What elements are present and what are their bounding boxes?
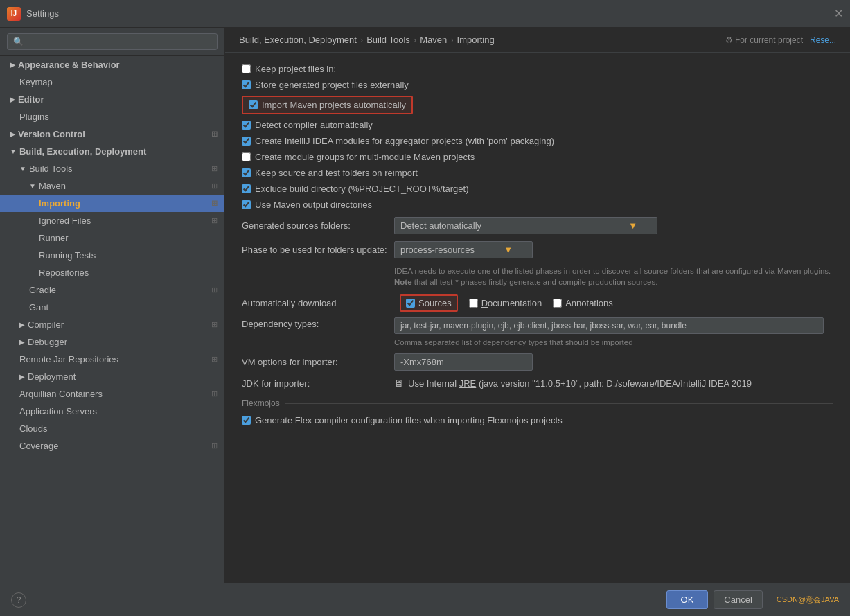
sources-label: Sources: [418, 298, 452, 308]
use-maven-input[interactable]: [242, 200, 251, 209]
phase-dropdown[interactable]: process-resources ▼: [394, 241, 533, 258]
breadcrumb-part-3: Maven: [420, 35, 447, 45]
generated-sources-row: Generated sources folders: Detect automa…: [242, 217, 833, 234]
sidebar-item-gradle[interactable]: Gradle ⊞: [0, 281, 224, 299]
sidebar-item-label: Gradle: [29, 285, 56, 295]
sidebar-item-clouds[interactable]: Clouds: [0, 420, 224, 437]
expand-arrow: ▶: [19, 338, 25, 346]
store-generated-checkbox[interactable]: Store generated project files externally: [242, 80, 409, 90]
dependency-types-row: Dependency types:: [242, 317, 833, 334]
documentation-checkbox[interactable]: Documentation: [469, 298, 542, 308]
sidebar-item-label: Keymap: [19, 77, 53, 87]
sidebar-search-container: [0, 28, 224, 56]
jdk-label: JDK for importer:: [242, 378, 394, 389]
sidebar-item-gant[interactable]: Gant: [0, 299, 224, 316]
annotations-checkbox[interactable]: Annotations: [553, 298, 613, 308]
sidebar-item-label: Application Servers: [19, 406, 97, 416]
sidebar-item-build-exec[interactable]: ▼ Build, Execution, Deployment: [0, 143, 224, 160]
jdk-icon: 🖥: [394, 378, 404, 389]
sidebar-item-plugins[interactable]: Plugins: [0, 108, 224, 125]
breadcrumb-part-2: Build Tools: [366, 35, 410, 45]
dependency-types-label: Dependency types:: [242, 317, 394, 329]
sources-input[interactable]: [406, 299, 415, 308]
page-icon: ⊞: [211, 320, 218, 329]
ok-button[interactable]: OK: [666, 590, 709, 609]
reset-link[interactable]: Rese...: [810, 35, 836, 45]
keep-source-checkbox[interactable]: Keep source and test folders on reimport: [242, 168, 418, 178]
search-input[interactable]: [7, 33, 218, 50]
create-intellij-input[interactable]: [242, 137, 251, 146]
sidebar-item-keymap[interactable]: Keymap: [0, 73, 224, 91]
sidebar-item-label: Build Tools: [29, 164, 73, 174]
sidebar-item-deployment[interactable]: ▶ Deployment: [0, 368, 224, 385]
import-maven-row: Import Maven projects automatically: [242, 96, 833, 114]
dependency-types-hint: Comma separated list of dependency types…: [394, 337, 833, 348]
import-maven-input[interactable]: [249, 100, 258, 109]
sidebar-item-label: Runner: [39, 233, 69, 243]
create-module-groups-row: Create module groups for multi-module Ma…: [242, 152, 833, 162]
flexmojos-check-label: Generate Flex compiler configuration fil…: [255, 415, 563, 425]
create-intellij-checkbox[interactable]: Create IntelliJ IDEA modules for aggrega…: [242, 136, 554, 146]
import-maven-checkbox[interactable]: Import Maven projects automatically: [242, 96, 413, 114]
keep-source-input[interactable]: [242, 168, 251, 177]
sidebar-item-repositories[interactable]: Repositories: [0, 264, 224, 281]
sidebar-item-app-servers[interactable]: Application Servers: [0, 403, 224, 420]
settings-content: Keep project files in: Store generated p…: [225, 53, 850, 583]
sidebar-item-coverage[interactable]: Coverage ⊞: [0, 437, 224, 455]
exclude-build-row: Exclude build directory (%PROJECT_ROOT%/…: [242, 184, 833, 194]
keep-project-files-checkbox[interactable]: Keep project files in:: [242, 64, 336, 74]
dialog-title: Settings: [26, 8, 59, 19]
keep-source-row: Keep source and test folders on reimport: [242, 168, 833, 178]
exclude-build-checkbox[interactable]: Exclude build directory (%PROJECT_ROOT%/…: [242, 184, 468, 194]
keep-project-files-input[interactable]: [242, 64, 251, 73]
documentation-label: Documentation: [481, 298, 542, 308]
breadcrumb-sep-1: ›: [360, 35, 363, 45]
create-module-groups-input[interactable]: [242, 152, 251, 161]
breadcrumb-part-1: Build, Execution, Deployment: [239, 35, 357, 45]
close-button[interactable]: ✕: [834, 7, 843, 20]
sidebar-item-runner[interactable]: Runner: [0, 229, 224, 247]
expand-arrow: ▼: [10, 148, 17, 155]
sidebar-item-arquillian[interactable]: Arquillian Containers ⊞: [0, 385, 224, 403]
use-maven-checkbox[interactable]: Use Maven output directories: [242, 200, 372, 210]
sidebar-item-label: Repositories: [39, 267, 89, 278]
detect-compiler-input[interactable]: [242, 121, 251, 130]
store-generated-label: Store generated project files externally: [255, 80, 409, 90]
store-generated-input[interactable]: [242, 80, 251, 89]
jdk-value[interactable]: 🖥 Use Internal JRE (java version "11.0.5…: [394, 378, 752, 389]
vm-options-row: VM options for importer:: [242, 353, 833, 371]
dependency-types-input[interactable]: [394, 317, 824, 334]
breadcrumb-current: Importing: [457, 35, 495, 45]
create-intellij-row: Create IntelliJ IDEA modules for aggrega…: [242, 136, 833, 146]
help-button[interactable]: ?: [11, 592, 26, 608]
documentation-input[interactable]: [469, 299, 478, 308]
vm-options-input[interactable]: [394, 353, 533, 371]
sidebar-item-version-control[interactable]: ▶ Version Control ⊞: [0, 125, 224, 143]
flexmojos-checkbox[interactable]: Generate Flex compiler configuration fil…: [242, 415, 563, 425]
sidebar-item-editor[interactable]: ▶ Editor: [0, 91, 224, 108]
sidebar-item-maven[interactable]: ▼ Maven ⊞: [0, 177, 224, 195]
sidebar-item-appearance[interactable]: ▶ Appearance & Behavior: [0, 56, 224, 73]
create-module-groups-checkbox[interactable]: Create module groups for multi-module Ma…: [242, 152, 475, 162]
exclude-build-input[interactable]: [242, 184, 251, 193]
sidebar-item-ignored-files[interactable]: Ignored Files ⊞: [0, 212, 224, 229]
sidebar-item-compiler[interactable]: ▶ Compiler ⊞: [0, 316, 224, 333]
sources-checkbox[interactable]: Sources: [400, 294, 458, 312]
detect-compiler-label: Detect compiler automatically: [255, 120, 373, 130]
generated-sources-dropdown[interactable]: Detect automatically ▼: [394, 217, 657, 234]
sidebar-item-remote-jar[interactable]: Remote Jar Repositories ⊞: [0, 351, 224, 368]
annotations-input[interactable]: [553, 299, 562, 308]
expand-arrow: ▶: [10, 130, 15, 138]
cancel-button[interactable]: Cancel: [714, 590, 762, 609]
sidebar-item-running-tests[interactable]: Running Tests: [0, 247, 224, 264]
keep-source-label: Keep source and test folders on reimport: [255, 168, 418, 178]
expand-arrow: ▼: [29, 182, 36, 190]
flexmojos-input[interactable]: [242, 416, 251, 425]
sidebar-item-debugger[interactable]: ▶ Debugger: [0, 333, 224, 351]
auto-download-row: Automatically download Sources Documenta…: [242, 294, 833, 312]
flexmojos-section-header: Flexmojos: [242, 398, 833, 408]
jdk-row: JDK for importer: 🖥 Use Internal JRE (ja…: [242, 378, 833, 389]
sidebar-item-build-tools[interactable]: ▼ Build Tools ⊞: [0, 160, 224, 177]
detect-compiler-checkbox[interactable]: Detect compiler automatically: [242, 120, 373, 130]
sidebar-item-importing[interactable]: Importing ⊞: [0, 195, 224, 212]
